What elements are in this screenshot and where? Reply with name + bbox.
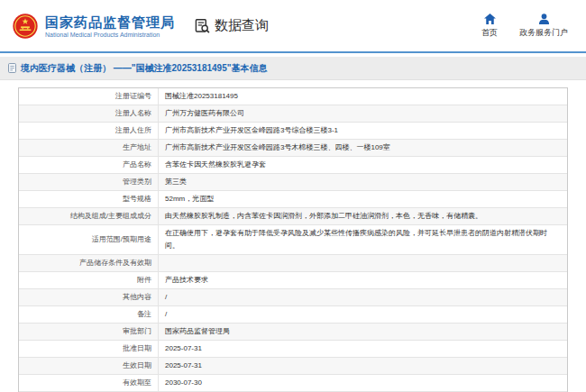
field-value: 广州万方健医药有限公司 <box>159 105 567 122</box>
header-nav: 首页 政务服务门户 <box>481 14 568 39</box>
field-value: 由天然橡胶胶乳制造，内含苯佐卡因润滑剂，外部添加二甲硅油润滑剂，本色，无香味，有… <box>159 208 567 224</box>
field-value: 产品技术要求 <box>159 272 567 288</box>
field-label: 注册证编号 <box>19 88 159 105</box>
table-row: 适用范围/预期用途在正确使用下，避孕套有助于降低受孕风险及减少某些性传播疾病感染… <box>19 225 567 255</box>
field-label: 附件 <box>19 272 159 288</box>
table-row: 管理类别第三类 <box>19 174 567 191</box>
table-row: 其他内容/ <box>19 289 567 306</box>
field-label: 其他内容 <box>19 289 159 305</box>
field-value: 在正确使用下，避孕套有助于降低受孕风险及减少某些性传播疾病感染的风险，并可延长早… <box>159 225 567 254</box>
table-row: 结构及组成/主要组成成分由天然橡胶胶乳制造，内含苯佐卡因润滑剂，外部添加二甲硅油… <box>19 208 567 225</box>
nav-home[interactable]: 首页 <box>481 14 498 39</box>
table-row: 批准日期2025-07-31 <box>19 341 567 358</box>
brand-title: 国家药品监督管理局 <box>45 14 175 30</box>
page: 国家药品监督管理局 National Medical Products Admi… <box>0 0 586 392</box>
field-label: 型号规格 <box>19 191 159 207</box>
table-row: 产品名称含苯佐卡因天然橡胶胶乳避孕套 <box>19 157 567 174</box>
field-label: 适用范围/预期用途 <box>19 225 159 254</box>
page-title: 境内医疗器械（注册） ——"国械注准20253181495"基本信息 <box>21 62 267 75</box>
table-row: 生产地址广州市高新技术产业开发区金峰园路3号木棉楼三楼、四楼、一楼109室 <box>19 140 567 157</box>
field-value <box>159 255 567 271</box>
nav-gov-service-portal[interactable]: 政务服务门户 <box>519 14 568 39</box>
field-value: 国械注准20253181495 <box>159 88 567 105</box>
field-label: 注册人名称 <box>19 105 159 122</box>
field-label: 有效期至 <box>19 375 159 391</box>
brand-block: 国家药品监督管理局 National Medical Products Admi… <box>45 14 175 38</box>
field-label: 管理类别 <box>19 174 159 190</box>
table-row: 附件产品技术要求 <box>19 272 567 289</box>
brand-subtitle: National Medical Products Administration <box>45 32 175 38</box>
field-label: 备注 <box>19 306 159 323</box>
table-row: 注册人住所广州市高新技术产业开发区金峰园路3号综合楼三楼3-1 <box>19 123 567 140</box>
registration-table: 注册证编号国械注准20253181495注册人名称广州万方健医药有限公司注册人住… <box>18 87 568 392</box>
site-header: 国家药品监督管理局 National Medical Products Admi… <box>0 0 586 51</box>
field-value: 52mm，光面型 <box>159 191 567 207</box>
field-value: 含苯佐卡因天然橡胶胶乳避孕套 <box>159 157 567 173</box>
nav-data-query[interactable]: 数据查询 <box>195 17 269 34</box>
page-title-bar: 境内医疗器械（注册） ——"国械注准20253181495"基本信息 <box>0 57 586 80</box>
nav-home-label: 首页 <box>481 27 498 39</box>
field-value: 2025-07-31 <box>159 341 567 357</box>
table-row: 型号规格52mm，光面型 <box>19 191 567 208</box>
field-value: / <box>159 306 567 323</box>
field-value: 广州市高新技术产业开发区金峰园路3号综合楼三楼3-1 <box>159 123 567 139</box>
field-value: 2030-07-30 <box>159 375 567 391</box>
table-row: 生效日期2025-07-31 <box>19 358 567 375</box>
header-divider-line <box>0 51 586 53</box>
field-label: 批准日期 <box>19 341 159 357</box>
field-value: / <box>159 289 567 305</box>
table-row: 产品储存条件及有效期 <box>19 255 567 272</box>
field-label: 结构及组成/主要组成成分 <box>19 208 159 224</box>
table-row: 备注/ <box>19 306 567 324</box>
field-label: 审批部门 <box>19 324 159 340</box>
user-icon <box>538 14 550 24</box>
table-row: 注册证编号国械注准20253181495 <box>19 88 567 105</box>
field-label: 生产地址 <box>19 140 159 156</box>
field-value: 第三类 <box>159 174 567 190</box>
document-icon <box>8 63 16 73</box>
field-label: 注册人住所 <box>19 123 159 139</box>
field-label: 生效日期 <box>19 358 159 374</box>
field-label: 产品储存条件及有效期 <box>19 255 159 271</box>
data-query-icon <box>195 18 210 33</box>
national-emblem-logo <box>13 14 38 39</box>
field-value: 广州市高新技术产业开发区金峰园路3号木棉楼三楼、四楼、一楼109室 <box>159 140 567 156</box>
data-query-label: 数据查询 <box>215 17 269 34</box>
home-icon <box>484 14 496 24</box>
table-row: 注册人名称广州万方健医药有限公司 <box>19 105 567 123</box>
table-row: 有效期至2030-07-30 <box>19 375 567 392</box>
table-row: 审批部门国家药品监督管理局 <box>19 324 567 341</box>
nav-gov-service-portal-label: 政务服务门户 <box>519 27 568 39</box>
field-label: 产品名称 <box>19 157 159 173</box>
field-value: 2025-07-31 <box>159 358 567 374</box>
field-value: 国家药品监督管理局 <box>159 324 567 340</box>
